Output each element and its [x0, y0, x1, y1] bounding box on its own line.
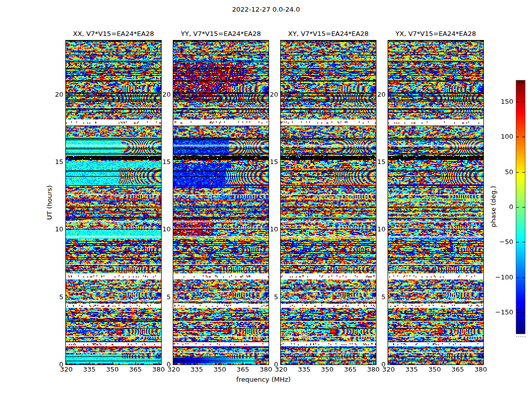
y-tick-label: 10	[150, 225, 171, 233]
x-tick-mark	[350, 362, 351, 364]
x-tick-mark	[327, 362, 328, 364]
colorbar-tick-mark	[516, 137, 519, 137]
colorbar-tick-label: −100	[483, 273, 513, 281]
subplot-yx: YX, V7*V15=EA24*EA28	[388, 40, 484, 365]
subplot-xx: XX, V7*V15=EA24*EA28	[65, 40, 162, 365]
colorbar-tick-mark	[522, 172, 525, 173]
y-tick-mark	[66, 162, 68, 163]
y-tick-mark	[174, 229, 176, 230]
y-tick-label: 0	[150, 360, 171, 369]
x-tick-label: 335	[185, 366, 208, 374]
colorbar-tick-mark	[516, 207, 519, 208]
y-tick-mark	[174, 95, 176, 95]
colorbar-tick-mark	[522, 137, 525, 137]
colorbar-tick-label: 150	[483, 98, 513, 106]
subplot-title-yx: YX, V7*V15=EA24*EA28	[396, 30, 476, 37]
x-tick-label: 365	[232, 366, 254, 374]
y-tick-label: 0	[365, 360, 386, 369]
x-tick-mark	[89, 362, 90, 364]
heatmap-canvas-xx	[66, 40, 161, 364]
x-tick-mark	[66, 362, 67, 364]
x-tick-label: 350	[209, 366, 231, 374]
y-tick-label: 20	[150, 91, 171, 99]
x-tick-mark	[304, 362, 305, 364]
x-tick-mark	[458, 362, 458, 364]
y-tick-label: 5	[258, 293, 278, 301]
y-tick-label: 0	[258, 360, 278, 369]
colorbar-tick-mark	[522, 102, 525, 102]
subplot-xy: XY, V7*V15=EA24*EA28	[280, 40, 376, 365]
colorbar-tick-mark	[516, 102, 519, 102]
colorbar-tick-mark	[516, 277, 519, 278]
y-tick-mark	[281, 95, 283, 95]
x-tick-label: 380	[470, 366, 492, 374]
subplot-title-xx: XX, V7*V15=EA24*EA28	[73, 30, 154, 37]
y-tick-mark	[174, 162, 176, 163]
x-tick-mark	[220, 362, 220, 364]
y-tick-mark	[66, 229, 68, 230]
y-tick-label: 15	[258, 158, 278, 166]
colorbar-tick-mark	[516, 312, 519, 313]
y-tick-label: 15	[43, 158, 63, 166]
x-tick-mark	[174, 362, 174, 364]
y-tick-mark	[389, 297, 391, 298]
x-tick-mark	[112, 362, 113, 364]
y-tick-label: 5	[43, 293, 63, 301]
colorbar-underflow-dots	[516, 336, 525, 337]
x-tick-mark	[197, 362, 197, 364]
y-tick-mark	[66, 95, 68, 95]
y-tick-mark	[281, 162, 283, 163]
x-tick-mark	[281, 362, 282, 364]
y-tick-label: 5	[150, 293, 171, 301]
subplot-title-xy: XY, V7*V15=EA24*EA28	[288, 30, 369, 37]
colorbar-tick-label: 0	[483, 203, 513, 211]
x-tick-label: 365	[124, 366, 146, 374]
x-tick-mark	[389, 362, 389, 364]
x-axis-label: frequency (MHz)	[236, 376, 290, 383]
y-tick-mark	[389, 162, 391, 163]
y-tick-mark	[174, 297, 176, 298]
heatmap-canvas-xy	[281, 40, 376, 364]
x-tick-label: 365	[339, 366, 361, 374]
x-tick-label: 350	[316, 366, 338, 374]
y-tick-label: 20	[258, 91, 278, 99]
y-axis-label: UT (hours)	[46, 185, 53, 220]
y-tick-mark	[389, 95, 391, 95]
y-tick-label: 10	[365, 225, 386, 233]
y-tick-label: 20	[43, 91, 63, 99]
heatmap-canvas-yy	[173, 40, 269, 364]
y-tick-label: 5	[365, 293, 386, 301]
colorbar-tick-label: 50	[483, 168, 513, 176]
x-tick-label: 335	[293, 366, 315, 374]
colorbar-tick-label: 100	[483, 133, 513, 141]
y-tick-label: 15	[365, 158, 386, 166]
subplot-title-yy: YY, V7*V15=EA24*EA28	[181, 30, 261, 37]
colorbar-tick-mark	[522, 312, 525, 313]
y-tick-mark	[66, 364, 68, 365]
heatmap-canvas-yx	[388, 40, 483, 364]
colorbar-tick-mark	[522, 277, 525, 278]
y-tick-label: 10	[43, 225, 63, 233]
y-tick-label: 15	[150, 158, 171, 166]
colorbar-tick-mark	[522, 242, 525, 242]
x-tick-mark	[411, 362, 412, 364]
colorbar-tick-mark	[522, 207, 525, 208]
x-tick-label: 335	[400, 366, 423, 374]
y-tick-mark	[389, 229, 391, 230]
x-tick-label: 335	[78, 366, 100, 374]
x-tick-mark	[243, 362, 243, 364]
y-tick-label: 20	[365, 91, 386, 99]
y-tick-label: 0	[43, 360, 63, 369]
y-tick-mark	[389, 364, 391, 365]
y-tick-mark	[281, 364, 283, 365]
figure: 2022-12-27 0.0-24.0 UT (hours) frequency…	[0, 0, 532, 405]
colorbar-tick-mark	[516, 242, 519, 242]
y-tick-mark	[281, 229, 283, 230]
y-tick-mark	[174, 364, 176, 365]
x-tick-label: 365	[446, 366, 469, 374]
colorbar-tick-mark	[516, 172, 519, 173]
x-tick-mark	[435, 362, 435, 364]
x-tick-label: 350	[424, 366, 446, 374]
x-tick-mark	[135, 362, 136, 364]
x-tick-mark	[481, 362, 481, 364]
